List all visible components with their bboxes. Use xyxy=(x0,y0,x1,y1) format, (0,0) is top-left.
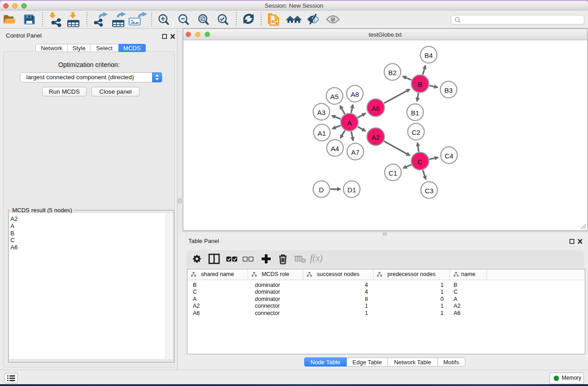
svg-text:A1: A1 xyxy=(318,129,326,137)
svg-text:A: A xyxy=(347,119,352,127)
svg-text:C1: C1 xyxy=(388,169,397,177)
svg-text:A7: A7 xyxy=(351,148,359,156)
svg-text:B4: B4 xyxy=(425,52,433,59)
svg-text:A4: A4 xyxy=(331,145,339,152)
svg-text:D: D xyxy=(319,186,324,194)
svg-text:D1: D1 xyxy=(347,186,356,194)
svg-text:A8: A8 xyxy=(351,91,359,98)
svg-text:A2: A2 xyxy=(372,133,380,141)
svg-text:A5: A5 xyxy=(330,93,339,100)
svg-text:B1: B1 xyxy=(411,109,419,117)
svg-text:C: C xyxy=(418,158,423,166)
svg-text:B2: B2 xyxy=(388,69,397,76)
svg-text:C2: C2 xyxy=(411,129,420,136)
svg-text:A3: A3 xyxy=(317,109,325,116)
svg-text:C3: C3 xyxy=(425,187,433,195)
svg-text:B: B xyxy=(418,81,422,88)
svg-text:C4: C4 xyxy=(445,152,453,160)
svg-text:A6: A6 xyxy=(372,105,380,112)
svg-text:B3: B3 xyxy=(445,86,453,94)
